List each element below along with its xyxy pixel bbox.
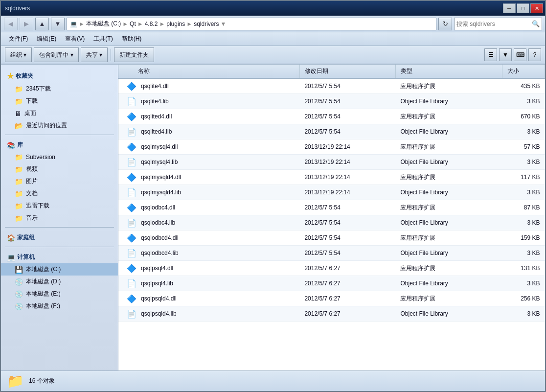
file-name: qsqlpsqld4.lib: [141, 310, 177, 317]
file-name-cell: 📄 qsqlmysqld4.lib: [118, 185, 299, 200]
sidebar-item-video[interactable]: 📁 视频: [1, 163, 118, 175]
sidebar-item-d-drive[interactable]: 💿 本地磁盘 (D:): [1, 276, 118, 288]
file-modified: 2012/5/7 5:54: [299, 78, 395, 94]
table-row[interactable]: 🔷 qsqlmysql4.dll 2013/12/19 22:14 应用程序扩展…: [118, 139, 545, 155]
sidebar-divider-2: [5, 227, 114, 228]
sidebar-item-e-drive[interactable]: 💿 本地磁盘 (E:): [1, 288, 118, 300]
file-type: 应用程序扩展: [395, 109, 502, 124]
file-size: 87 KB: [502, 200, 545, 215]
sidebar-item-desktop[interactable]: 🖥 桌面: [1, 107, 118, 119]
file-size: 3 KB: [502, 155, 545, 170]
file-modified: 2012/5/7 6:27: [299, 306, 395, 322]
breadcrumb-ver[interactable]: 4.8.2: [145, 21, 158, 27]
dropdown-button[interactable]: ▼: [51, 18, 65, 30]
menu-view[interactable]: 查看(V): [61, 33, 89, 45]
file-name: qsqlmysqld4.dll: [141, 174, 181, 181]
view-dropdown-button[interactable]: ▼: [499, 48, 512, 61]
table-row[interactable]: 📄 qsqlmysql4.lib 2013/12/19 22:14 Object…: [118, 155, 545, 170]
sidebar-homegroup-header[interactable]: 🏠 家庭组: [1, 231, 118, 244]
sidebar-item-download[interactable]: 📁 下载: [1, 95, 118, 107]
dll-icon: 🔷: [126, 111, 137, 122]
table-row[interactable]: 🔷 qsqlmysqld4.dll 2013/12/19 22:14 应用程序扩…: [118, 170, 545, 185]
view-details-button[interactable]: ☰: [484, 48, 497, 61]
dll-icon: 🔷: [126, 81, 137, 92]
col-name[interactable]: 名称: [118, 65, 299, 78]
library-icon: 📚: [7, 141, 15, 149]
table-row[interactable]: 🔷 qsqlite4.dll 2012/5/7 5:54 应用程序扩展 435 …: [118, 78, 545, 94]
table-row[interactable]: 🔷 qsqlodbc4.dll 2012/5/7 5:54 应用程序扩展 87 …: [118, 200, 545, 215]
table-row[interactable]: 📄 qsqlpsqld4.lib 2012/5/7 6:27 Object Fi…: [118, 306, 545, 322]
file-size: 3 KB: [502, 124, 545, 139]
file-type: Object File Library: [395, 94, 502, 109]
maximize-button[interactable]: □: [517, 3, 529, 13]
menu-edit[interactable]: 编辑(E): [33, 33, 60, 45]
table-row[interactable]: 📄 qsqlmysqld4.lib 2013/12/19 22:14 Objec…: [118, 185, 545, 200]
new-folder-button[interactable]: 新建文件夹: [114, 47, 154, 62]
menu-tools[interactable]: 工具(T): [90, 33, 116, 45]
table-row[interactable]: 📄 qsqlodbc4.lib 2012/5/7 5:54 Object Fil…: [118, 215, 545, 231]
col-type[interactable]: 类型: [395, 65, 502, 78]
file-name-cell: 🔷 qsqlodbcd4.dll: [118, 231, 299, 245]
breadcrumb-qt[interactable]: Qt: [130, 21, 136, 27]
sidebar-computer-header[interactable]: 💻 计算机: [1, 250, 118, 263]
breadcrumb-c[interactable]: 本地磁盘 (C:): [86, 20, 121, 28]
file-name-cell: 🔷 qsqlpsqld4.dll: [118, 291, 299, 306]
table-row[interactable]: 📄 qsqlite4.lib 2012/5/7 5:54 Object File…: [118, 94, 545, 109]
breadcrumb-computer[interactable]: 💻: [70, 21, 77, 27]
sidebar-divider-1: [5, 135, 114, 135]
breadcrumb-plugins[interactable]: plugins: [166, 21, 185, 27]
help-button[interactable]: ?: [528, 48, 541, 61]
table-row[interactable]: 🔷 qsqlpsqld4.dll 2012/5/7 6:27 应用程序扩展 25…: [118, 291, 545, 306]
file-name-cell: 🔷 qsqlodbc4.dll: [118, 200, 299, 215]
up-button[interactable]: ▲: [35, 18, 49, 30]
menu-help[interactable]: 帮助(H): [118, 33, 146, 45]
file-type: 应用程序扩展: [395, 291, 502, 306]
breadcrumb[interactable]: 💻 ► 本地磁盘 (C:) ► Qt ► 4.8.2 ► plugins ► s…: [67, 18, 436, 30]
table-row[interactable]: 🔷 qsqlpsql4.dll 2012/5/7 6:27 应用程序扩展 131…: [118, 261, 545, 276]
table-row[interactable]: 🔷 qsqlited4.dll 2012/5/7 5:54 应用程序扩展 670…: [118, 109, 545, 124]
search-input[interactable]: [456, 21, 532, 27]
sidebar-item-music[interactable]: 📁 音乐: [1, 212, 118, 224]
menu-bar: 文件(F) 编辑(E) 查看(V) 工具(T) 帮助(H): [1, 32, 545, 46]
sidebar-item-subversion[interactable]: 📁 Subversion: [1, 151, 118, 163]
table-row[interactable]: 📄 qsqlodbcd4.lib 2012/5/7 5:54 Object Fi…: [118, 246, 545, 261]
sidebar-favorites-header[interactable]: ★ 收藏夹: [1, 69, 118, 83]
share-button[interactable]: 共享 ▾: [81, 47, 108, 62]
table-row[interactable]: 📄 qsqlpsql4.lib 2012/5/7 6:27 Object Fil…: [118, 276, 545, 291]
search-icon[interactable]: 🔍: [532, 20, 540, 27]
menu-file[interactable]: 文件(F): [5, 33, 32, 45]
docs-icon: 📁: [15, 190, 23, 198]
file-name-cell: 🔷 qsqlpsql4.dll: [118, 261, 299, 276]
include-library-button[interactable]: 包含到库中 ▾: [34, 47, 78, 62]
lib-icon: 📄: [126, 248, 137, 258]
sidebar-item-thunder[interactable]: 📁 迅雷下载: [1, 200, 118, 212]
sidebar-item-c-drive[interactable]: 💾 本地磁盘 (C:): [1, 263, 118, 276]
recent-icon: 📂: [15, 122, 23, 130]
file-name-cell: 📄 qsqlpsqld4.lib: [118, 306, 299, 321]
file-type: Object File Library: [395, 246, 502, 261]
sidebar-item-f-drive[interactable]: 💿 本地磁盘 (F:): [1, 300, 118, 312]
back-button[interactable]: ◀: [4, 18, 18, 30]
table-row[interactable]: 📄 qsqlited4.lib 2012/5/7 5:54 Object Fil…: [118, 124, 545, 139]
file-modified: 2012/5/7 5:54: [299, 200, 395, 215]
breadcrumb-sqldrivers[interactable]: sqldrivers: [194, 21, 219, 27]
table-row[interactable]: 🔷 qsqlodbcd4.dll 2012/5/7 5:54 应用程序扩展 15…: [118, 231, 545, 246]
desktop-icon: 🖥: [15, 110, 22, 117]
sidebar-item-recent[interactable]: 📂 最近访问的位置: [1, 119, 118, 132]
file-name-cell: 🔷 qsqlmysql4.dll: [118, 139, 299, 154]
sidebar-item-pictures[interactable]: 📁 图片: [1, 175, 118, 187]
minimize-button[interactable]: ─: [503, 3, 516, 13]
organize-button[interactable]: 组织 ▾: [5, 47, 32, 62]
sidebar-item-docs[interactable]: 📁 文档: [1, 187, 118, 200]
refresh-button[interactable]: ↻: [438, 18, 452, 30]
close-button[interactable]: ✕: [530, 3, 543, 13]
forward-button[interactable]: ▶: [20, 18, 33, 30]
col-modified[interactable]: 修改日期: [299, 65, 395, 78]
col-size[interactable]: 大小: [502, 65, 545, 78]
sidebar-library-header[interactable]: 📚 库: [1, 138, 118, 151]
pictures-icon: 📁: [15, 178, 23, 185]
dll-icon: 🔷: [126, 141, 137, 152]
sidebar-item-2345[interactable]: 📁 2345下载: [1, 83, 118, 95]
file-name: qsqlpsql4.lib: [141, 280, 173, 287]
preview-pane-button[interactable]: ⌨: [514, 48, 526, 61]
